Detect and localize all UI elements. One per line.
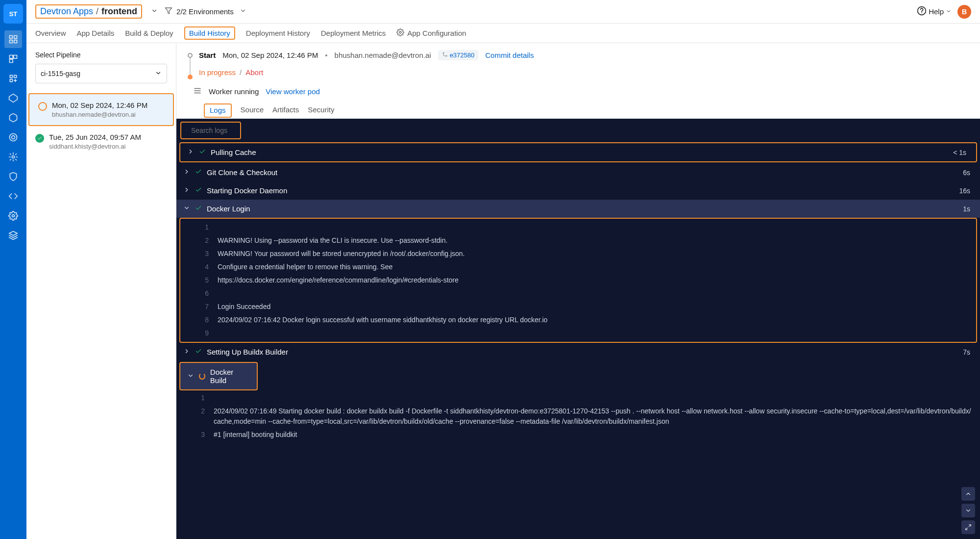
- tab-overview[interactable]: Overview: [35, 24, 66, 43]
- tab-app-config[interactable]: App Configuration: [396, 24, 466, 43]
- nav-stack-icon[interactable]: [4, 227, 22, 244]
- body: Select Pipeline ci-1515-gasg Mon, 02 Sep…: [26, 43, 980, 539]
- chevron-right-icon: [183, 186, 190, 195]
- line-text: 2024/09/02 07:16:49 Starting docker buil…: [214, 406, 973, 427]
- nav-jobs-icon[interactable]: [4, 50, 22, 68]
- breadcrumb-parent-link[interactable]: Devtron Apps: [40, 6, 93, 17]
- nav-applications-icon[interactable]: [4, 30, 22, 48]
- docker-build-log-lines: 122024/09/02 07:16:49 Starting docker bu…: [176, 391, 980, 441]
- svg-rect-5: [14, 55, 17, 59]
- nav-resource-browser-icon[interactable]: [4, 89, 22, 107]
- stage-docker-daemon[interactable]: Starting Docker Daemon 16s: [176, 181, 980, 200]
- status-text: In progress: [199, 68, 236, 77]
- tabsbar: Overview App Details Build & Deploy Buil…: [26, 24, 980, 43]
- line-text: #1 [internal] booting buildkit: [214, 430, 973, 440]
- line-number: 5: [202, 275, 209, 285]
- breadcrumb: Devtron Apps / frontend: [35, 4, 142, 19]
- log-line: 5https://docs.docker.com/engine/referenc…: [180, 274, 976, 287]
- run-item[interactable]: Mon, 02 Sep 2024, 12:46 PM bhushan.nemad…: [28, 93, 174, 126]
- help-icon: [917, 6, 927, 17]
- nav-cluster-icon[interactable]: [4, 148, 22, 166]
- tab-deployment-history[interactable]: Deployment History: [246, 24, 310, 43]
- help-menu[interactable]: Help: [917, 6, 952, 17]
- log-line: 1: [180, 221, 976, 234]
- avatar[interactable]: B: [957, 5, 971, 19]
- line-text: https://docs.docker.com/engine/reference…: [218, 275, 969, 285]
- svg-marker-17: [9, 231, 18, 235]
- pipeline-selected-value: ci-1515-gasg: [41, 70, 80, 77]
- subtab-logs[interactable]: Logs: [204, 103, 232, 118]
- timeline-start-dot: [188, 53, 193, 58]
- app-logo[interactable]: ST: [3, 4, 23, 24]
- stage-docker-login[interactable]: Docker Login 1s: [176, 200, 980, 218]
- commit-badge[interactable]: e372580: [438, 50, 479, 60]
- stage-git-clone[interactable]: Git Clone & Checkout 6s: [176, 163, 980, 181]
- commit-details-link[interactable]: Commit details: [485, 51, 534, 59]
- svg-marker-12: [9, 94, 18, 103]
- stage-docker-build[interactable]: Docker Build: [179, 362, 258, 390]
- log-search[interactable]: [180, 122, 241, 139]
- svg-rect-8: [14, 75, 17, 77]
- stage-duration: < 1s: [953, 149, 966, 156]
- nav-bulk-edits-icon[interactable]: [4, 128, 22, 146]
- spinner-icon: [199, 373, 205, 380]
- subtab-source[interactable]: Source: [241, 103, 264, 118]
- breadcrumb-current: frontend: [101, 6, 137, 17]
- chevron-down-icon: [240, 7, 246, 16]
- nav-custom-icon[interactable]: [4, 187, 22, 205]
- environments-selector[interactable]: 2/2 Environments: [165, 7, 246, 16]
- worker-label: Worker running: [209, 87, 259, 96]
- abort-link[interactable]: Abort: [245, 68, 263, 77]
- check-icon: [199, 148, 206, 156]
- timeline-line: [190, 58, 191, 75]
- log-search-input[interactable]: [191, 127, 235, 134]
- tab-build-history[interactable]: Build History: [184, 26, 235, 40]
- separator: /: [240, 68, 242, 77]
- nav-app-groups-icon[interactable]: [4, 70, 22, 87]
- stage-name: Setting Up Buildx Builder: [207, 348, 288, 356]
- topbar-right: Help B: [917, 5, 971, 19]
- line-text: 2024/09/02 07:16:42 Docker login success…: [218, 315, 969, 325]
- stage-pulling-cache[interactable]: Pulling Cache < 1s: [179, 142, 977, 162]
- subtab-security[interactable]: Security: [308, 103, 334, 118]
- bullet-separator: •: [325, 51, 327, 59]
- chevron-down-icon: [183, 205, 190, 213]
- tab-app-details[interactable]: App Details: [77, 24, 115, 43]
- app-selector-chevron-icon[interactable]: [151, 7, 158, 16]
- worker-row: Worker running View worker pod: [193, 86, 980, 97]
- svg-rect-2: [10, 40, 13, 43]
- line-text: Configure a credential helper to remove …: [218, 262, 969, 272]
- pipeline-select[interactable]: ci-1515-gasg: [35, 64, 167, 83]
- view-worker-pod-link[interactable]: View worker pod: [266, 87, 320, 96]
- stage-name: Git Clone & Checkout: [207, 168, 277, 177]
- svg-rect-9: [10, 79, 12, 82]
- fullscreen-button[interactable]: [961, 520, 975, 534]
- status-in-progress-icon: [38, 102, 47, 111]
- check-icon: [195, 205, 202, 213]
- subtab-artifacts[interactable]: Artifacts: [272, 103, 299, 118]
- line-number: 9: [202, 328, 209, 338]
- stage-duration: 16s: [959, 187, 970, 195]
- svg-point-16: [12, 215, 15, 217]
- nav-chart-store-icon[interactable]: [4, 109, 22, 127]
- nav-global-config-icon[interactable]: [4, 207, 22, 225]
- svg-line-29: [969, 525, 971, 527]
- tab-deployment-metrics[interactable]: Deployment Metrics: [321, 24, 386, 43]
- stage-buildx[interactable]: Setting Up Buildx Builder 7s: [176, 343, 980, 361]
- nav-security-icon[interactable]: [4, 168, 22, 185]
- scroll-up-button[interactable]: [961, 487, 975, 501]
- run-status-row: In progress / Abort: [199, 68, 969, 77]
- svg-rect-6: [10, 59, 13, 63]
- run-user: bhushan.nemade@devtron.ai: [52, 111, 147, 118]
- run-item[interactable]: Tue, 25 Jun 2024, 09:57 AM siddhant.khis…: [26, 126, 176, 157]
- logs-panel: Pulling Cache < 1s Git Clone & Checkout …: [176, 119, 980, 539]
- chevron-right-icon: [183, 348, 190, 356]
- line-text: WARNING! Your password will be stored un…: [218, 249, 969, 259]
- timeline-progress-dot: [188, 75, 193, 79]
- line-number: 2: [198, 406, 205, 427]
- status-success-icon: [35, 134, 44, 143]
- tab-build-deploy[interactable]: Build & Deploy: [125, 24, 173, 43]
- scroll-down-button[interactable]: [961, 504, 975, 517]
- line-number: 1: [198, 393, 205, 403]
- start-user: bhushan.nemade@devtron.ai: [335, 51, 431, 59]
